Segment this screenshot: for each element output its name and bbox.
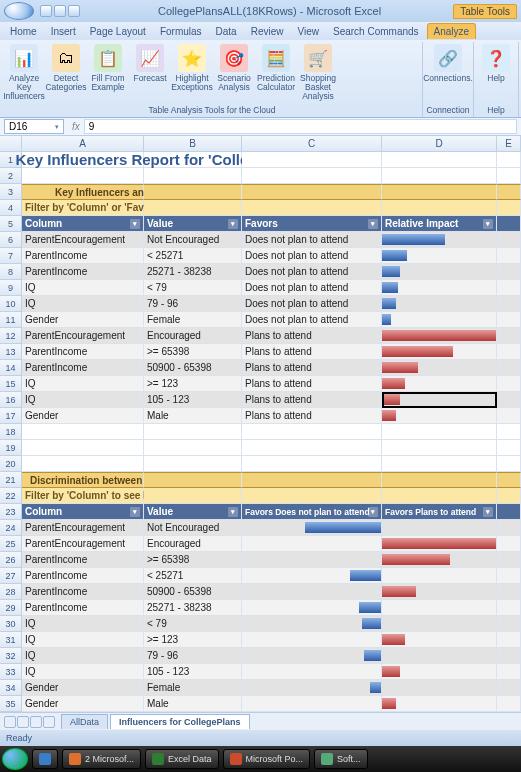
cell[interactable]: Favors (242, 216, 382, 232)
cell[interactable] (242, 440, 382, 456)
cell[interactable] (497, 168, 521, 184)
cell[interactable] (242, 488, 382, 504)
cell[interactable]: Male (144, 696, 242, 712)
task-item[interactable]: Excel Data (145, 749, 219, 769)
cell[interactable]: ParentIncome (22, 584, 144, 600)
row-header[interactable]: 20 (0, 456, 22, 472)
tab-data[interactable]: Data (210, 24, 243, 39)
tab-review[interactable]: Review (245, 24, 290, 39)
row-header[interactable]: 23 (0, 504, 22, 520)
cell[interactable] (242, 168, 382, 184)
cell[interactable]: Relative Impact (382, 216, 497, 232)
col-header-b[interactable]: B (144, 136, 242, 152)
cell[interactable]: 50900 - 65398 (144, 584, 242, 600)
row-header[interactable]: 14 (0, 360, 22, 376)
cell[interactable]: IQ (22, 648, 144, 664)
favors-yes-bar[interactable] (382, 584, 497, 600)
cell[interactable] (382, 440, 497, 456)
cell[interactable] (144, 184, 242, 200)
row-header[interactable]: 8 (0, 264, 22, 280)
row-header[interactable]: 27 (0, 568, 22, 584)
tab-formulas[interactable]: Formulas (154, 24, 208, 39)
cell[interactable]: ParentIncome (22, 248, 144, 264)
cell[interactable]: ParentIncome (22, 360, 144, 376)
analyze-key-influencers-button[interactable]: 📊Analyze Key Influencers (5, 44, 43, 101)
cell[interactable]: Gender (22, 680, 144, 696)
cell[interactable]: Plans to attend (242, 408, 382, 424)
cell[interactable]: ParentIncome (22, 568, 144, 584)
highlight-exceptions-button[interactable]: ⭐Highlight Exceptions (173, 44, 211, 101)
cell[interactable] (382, 200, 497, 216)
cell[interactable]: ParentIncome (22, 344, 144, 360)
favors-no-bar[interactable] (242, 632, 382, 648)
cell[interactable]: Male (144, 408, 242, 424)
tab-insert[interactable]: Insert (45, 24, 82, 39)
cell[interactable]: Plans to attend (242, 328, 382, 344)
row-header[interactable]: 17 (0, 408, 22, 424)
row-header[interactable]: 31 (0, 632, 22, 648)
cell[interactable]: Does not plan to attend (242, 280, 382, 296)
cell[interactable]: Not Encouraged (144, 232, 242, 248)
office-button[interactable] (4, 2, 34, 20)
favors-yes-bar[interactable] (382, 696, 497, 712)
row-header[interactable]: 22 (0, 488, 22, 504)
row-header[interactable]: 33 (0, 664, 22, 680)
cell[interactable] (497, 424, 521, 440)
favors-no-bar[interactable] (242, 680, 382, 696)
relative-impact-bar[interactable] (382, 376, 497, 392)
cell[interactable]: Plans to attend (242, 392, 382, 408)
cell[interactable]: Column (22, 504, 144, 520)
tab-home[interactable]: Home (4, 24, 43, 39)
cell[interactable]: Does not plan to attend (242, 232, 382, 248)
relative-impact-bar[interactable] (382, 344, 497, 360)
row-header[interactable]: 29 (0, 600, 22, 616)
tab-view[interactable]: View (291, 24, 325, 39)
detect-categories-button[interactable]: 🗂Detect Categories (47, 44, 85, 101)
row-header[interactable]: 6 (0, 232, 22, 248)
cell[interactable] (22, 168, 144, 184)
favors-no-bar[interactable] (242, 696, 382, 712)
prediction-calculator-button[interactable]: 🧮Prediction Calculator (257, 44, 295, 101)
col-header-a[interactable]: A (22, 136, 144, 152)
cell[interactable]: < 25271 (144, 568, 242, 584)
row-header[interactable]: 24 (0, 520, 22, 536)
relative-impact-bar[interactable] (382, 248, 497, 264)
favors-yes-bar[interactable] (382, 616, 497, 632)
cell[interactable] (497, 456, 521, 472)
cell[interactable] (382, 472, 497, 488)
cell[interactable]: Female (144, 312, 242, 328)
cell[interactable] (144, 200, 242, 216)
row-header[interactable]: 12 (0, 328, 22, 344)
cell[interactable]: 79 - 96 (144, 296, 242, 312)
favors-yes-bar[interactable] (382, 648, 497, 664)
row-header[interactable]: 28 (0, 584, 22, 600)
cell[interactable]: ParentEncouragement (22, 520, 144, 536)
favors-yes-bar[interactable] (382, 680, 497, 696)
cell[interactable]: Gender (22, 312, 144, 328)
cell[interactable]: Does not plan to attend (242, 296, 382, 312)
favors-no-bar[interactable] (242, 568, 382, 584)
row-header[interactable]: 25 (0, 536, 22, 552)
forecast-button[interactable]: 📈Forecast (131, 44, 169, 101)
cell[interactable]: Does not plan to attend (242, 312, 382, 328)
row-header[interactable]: 9 (0, 280, 22, 296)
row-header[interactable]: 18 (0, 424, 22, 440)
shopping-basket-button[interactable]: 🛒Shopping Basket Analysis (299, 44, 337, 101)
cell[interactable] (22, 440, 144, 456)
cell[interactable] (242, 424, 382, 440)
scenario-analysis-button[interactable]: 🎯Scenario Analysis (215, 44, 253, 101)
row-header[interactable]: 3 (0, 184, 22, 200)
cell[interactable] (242, 184, 382, 200)
cell[interactable] (242, 200, 382, 216)
cell[interactable] (242, 456, 382, 472)
sheet-tab-alldata[interactable]: AllData (61, 714, 108, 729)
cell[interactable]: IQ (22, 632, 144, 648)
favors-yes-bar[interactable] (382, 600, 497, 616)
relative-impact-bar[interactable] (382, 360, 497, 376)
favors-no-bar[interactable] (242, 600, 382, 616)
cell[interactable]: ParentIncome (22, 600, 144, 616)
cell[interactable] (497, 488, 521, 504)
fill-from-example-button[interactable]: 📋Fill From Example (89, 44, 127, 101)
cell[interactable] (144, 440, 242, 456)
row-header[interactable]: 5 (0, 216, 22, 232)
